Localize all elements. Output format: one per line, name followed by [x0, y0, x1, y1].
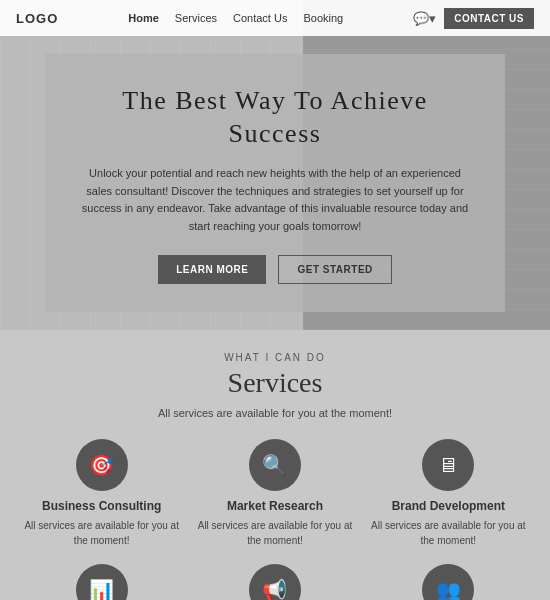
service-name-1: Market Research — [227, 499, 323, 513]
services-grid: 🎯 Business Consulting All services are a… — [20, 439, 530, 600]
hero-buttons: LEARN MORE GET STARTED — [81, 255, 469, 284]
chat-icon[interactable]: 💬▾ — [413, 11, 436, 26]
digital-marketing-icon: 📢 — [249, 564, 301, 600]
service-item-brand-development: 🖥 Brand Development All services are ava… — [367, 439, 530, 548]
logo: LOGO — [16, 11, 58, 26]
nav-link-contact[interactable]: Contact Us — [233, 12, 287, 24]
services-title: Services — [20, 367, 530, 399]
nav-right: 💬▾ CONTACT US — [413, 8, 534, 29]
service-item-strategy-planning: 📊 Strategy Planning All services are ava… — [20, 564, 183, 600]
service-desc-2: All services are available for you at th… — [367, 518, 530, 548]
business-consulting-icon: 🎯 — [76, 439, 128, 491]
services-label: WHAT I CAN DO — [20, 352, 530, 363]
brand-development-icon: 🖥 — [422, 439, 474, 491]
service-name-0: Business Consulting — [42, 499, 161, 513]
get-started-button[interactable]: GET STARTED — [278, 255, 391, 284]
hero-card: The best way to achieve success Unlock y… — [45, 54, 505, 313]
nav-link-booking[interactable]: Booking — [303, 12, 343, 24]
nav-link-services[interactable]: Services — [175, 12, 217, 24]
nav-link-home[interactable]: Home — [128, 12, 159, 24]
service-desc-0: All services are available for you at th… — [20, 518, 183, 548]
services-description: All services are available for you at th… — [20, 407, 530, 419]
hero-section: The best way to achieve success Unlock y… — [0, 0, 550, 330]
service-item-business-consulting: 🎯 Business Consulting All services are a… — [20, 439, 183, 548]
contact-button[interactable]: CONTACT US — [444, 8, 534, 29]
hero-overlay: The best way to achieve success Unlock y… — [0, 36, 550, 330]
strategy-planning-icon: 📊 — [76, 564, 128, 600]
service-item-market-research: 🔍 Market Research All services are avail… — [193, 439, 356, 548]
services-section: WHAT I CAN DO Services All services are … — [0, 330, 550, 600]
market-research-icon: 🔍 — [249, 439, 301, 491]
service-item-team-management: 👥 Team Management All services are avail… — [367, 564, 530, 600]
team-management-icon: 👥 — [422, 564, 474, 600]
service-name-2: Brand Development — [392, 499, 505, 513]
hero-title: The best way to achieve success — [81, 84, 469, 152]
service-item-digital-marketing: 📢 Digital Marketing All services are ava… — [193, 564, 356, 600]
hero-subtitle: Unlock your potential and reach new heig… — [81, 165, 469, 235]
navbar: LOGO Home Services Contact Us Booking 💬▾… — [0, 0, 550, 36]
service-desc-1: All services are available for you at th… — [193, 518, 356, 548]
nav-links: Home Services Contact Us Booking — [128, 12, 343, 24]
learn-more-button[interactable]: LEARN MORE — [158, 255, 266, 284]
